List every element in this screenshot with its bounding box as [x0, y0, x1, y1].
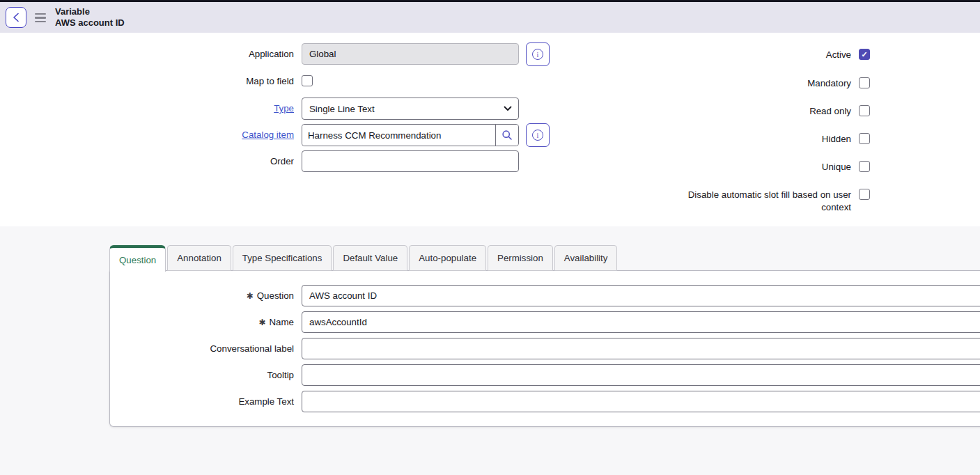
catalog-item-label-link[interactable]: Catalog item	[242, 130, 294, 140]
tab-auto-populate[interactable]: Auto-populate	[409, 245, 486, 271]
tab-annotation[interactable]: Annotation	[167, 245, 231, 271]
disable-slot-fill-label: Disable automatic slot fill based on use…	[677, 189, 851, 213]
type-select-value: Single Line Text	[309, 104, 375, 114]
context-menu-icon[interactable]	[35, 13, 46, 22]
hidden-label: Hidden	[600, 133, 851, 146]
record-title: Variable AWS account ID	[55, 6, 125, 29]
catalog-item-field[interactable]	[302, 125, 495, 146]
tab-type-specifications[interactable]: Type Specifications	[233, 245, 332, 271]
search-icon	[501, 130, 513, 141]
record-tabs: Question Annotation Type Specifications …	[109, 245, 617, 271]
example-text-label: Example Text	[0, 396, 294, 407]
active-label: Active	[600, 49, 851, 61]
catalog-item-lookup-button[interactable]	[495, 125, 518, 146]
tab-default-value[interactable]: Default Value	[333, 245, 407, 271]
tooltip-label: Tooltip	[0, 370, 294, 381]
record-name-label: AWS account ID	[55, 17, 125, 29]
check-icon: ✓	[861, 51, 867, 59]
tab-permission[interactable]: Permission	[488, 245, 553, 271]
variable-form-screen: Variable AWS account ID Application i Ma…	[0, 0, 980, 475]
read-only-checkbox[interactable]: ✓	[859, 105, 870, 116]
catalog-item-label: Catalog item	[0, 130, 294, 141]
catalog-item-reference	[302, 124, 519, 146]
record-type-label: Variable	[55, 6, 125, 17]
active-checkbox[interactable]: ✓	[859, 49, 870, 60]
tab-question[interactable]: Question	[109, 245, 166, 272]
map-to-field-checkbox[interactable]: ✓	[302, 75, 313, 86]
disable-slot-fill-checkbox[interactable]: ✓	[859, 189, 870, 200]
question-label: ✱Question	[0, 290, 294, 302]
back-button[interactable]	[6, 7, 26, 28]
mandatory-checkbox[interactable]: ✓	[859, 77, 870, 88]
type-select[interactable]: Single Line Text	[302, 98, 519, 120]
unique-checkbox[interactable]: ✓	[859, 161, 870, 172]
tooltip-field[interactable]	[302, 364, 980, 386]
conversational-label-field[interactable]	[302, 338, 980, 359]
order-field[interactable]	[302, 150, 519, 172]
mandatory-label: Mandatory	[600, 77, 851, 90]
required-icon: ✱	[258, 318, 265, 327]
order-label: Order	[0, 156, 294, 167]
conversational-label-label: Conversational label	[0, 343, 294, 355]
name-field[interactable]	[302, 311, 980, 333]
tab-availability[interactable]: Availability	[554, 245, 618, 271]
chevron-left-icon	[13, 13, 20, 22]
question-field[interactable]	[302, 285, 980, 306]
required-icon: ✱	[247, 291, 254, 301]
unique-label: Unique	[600, 161, 851, 173]
info-icon: i	[532, 130, 543, 141]
application-label: Application	[0, 49, 294, 60]
hidden-checkbox[interactable]: ✓	[859, 133, 870, 144]
application-field[interactable]	[302, 43, 519, 65]
name-label: ✱Name	[0, 317, 294, 328]
example-text-field[interactable]	[302, 391, 980, 412]
read-only-label: Read only	[600, 105, 851, 118]
type-label-link[interactable]: Type	[274, 103, 294, 114]
application-info-button[interactable]: i	[526, 42, 550, 66]
record-header: Variable AWS account ID	[0, 2, 980, 33]
map-to-field-label: Map to field	[0, 76, 294, 87]
catalog-item-info-button[interactable]: i	[526, 123, 550, 147]
info-icon: i	[532, 49, 543, 60]
type-label: Type	[0, 103, 294, 114]
chevron-down-icon	[504, 106, 512, 111]
